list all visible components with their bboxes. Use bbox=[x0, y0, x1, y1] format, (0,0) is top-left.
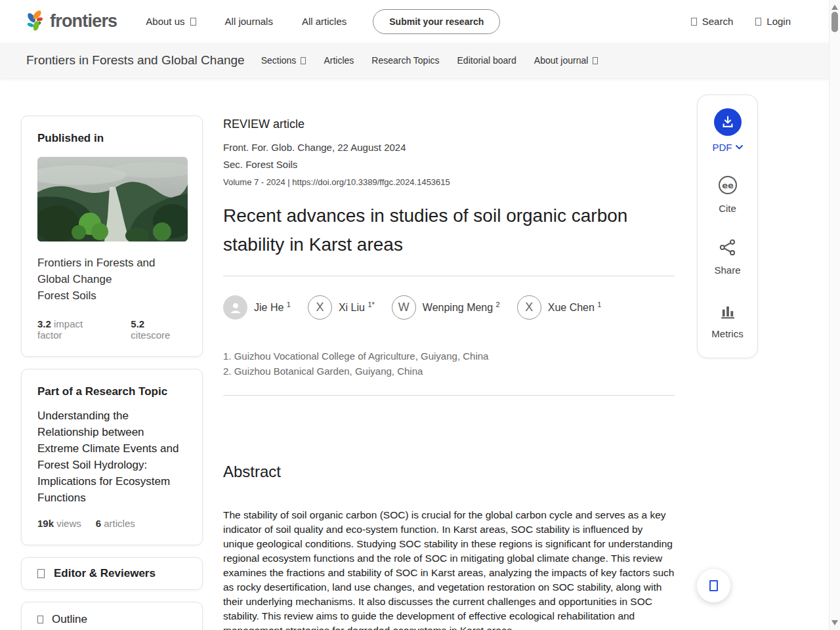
article-main: REVIEW article Front. For. Glob. Change,… bbox=[223, 117, 675, 630]
journal-nav-links: Sections Articles Research Topics Editor… bbox=[261, 55, 598, 66]
download-icon bbox=[721, 115, 735, 129]
published-in-card: Published in bbox=[21, 116, 203, 357]
research-topic-card: Part of a Research Topic Understanding t… bbox=[21, 369, 203, 545]
top-nav-links: About us All journals All articles bbox=[146, 16, 346, 27]
share-icon bbox=[719, 238, 737, 257]
author-jie-he[interactable]: Jie He 1 bbox=[223, 295, 291, 320]
journal-nav-editorial-board[interactable]: Editorial board bbox=[457, 55, 516, 66]
scrollbar-down-arrow[interactable] bbox=[831, 620, 838, 625]
search-button[interactable]: Search bbox=[691, 16, 734, 27]
citescore: 5.2 citescore bbox=[131, 318, 186, 341]
abstract-heading: Abstract bbox=[223, 463, 675, 481]
article-type-label: REVIEW article bbox=[223, 117, 675, 131]
metrics-label: Metrics bbox=[698, 328, 757, 339]
author-wenping-meng[interactable]: W Wenping Meng 2 bbox=[392, 295, 500, 320]
journal-section-link[interactable]: Forest Soils bbox=[37, 287, 186, 304]
affiliations: 1. Guizhou Vocational College of Agricul… bbox=[223, 348, 675, 379]
separator: | bbox=[287, 177, 289, 187]
impact-factor: 3.2 impact factor bbox=[37, 318, 110, 341]
article-doi-link[interactable]: https://doi.org/10.3389/ffgc.2024.145361… bbox=[292, 177, 450, 187]
chevron-down-icon bbox=[190, 18, 196, 26]
page-scrollbar[interactable] bbox=[829, 0, 840, 630]
article-title: Recent advances in studies of soil organ… bbox=[223, 201, 675, 259]
article-volume: Volume 7 - 2024 bbox=[223, 177, 285, 187]
nav-all-journals[interactable]: All journals bbox=[225, 16, 273, 27]
list-icon bbox=[37, 616, 43, 623]
divider bbox=[223, 395, 675, 396]
outline-toggle[interactable]: Outline bbox=[37, 613, 186, 626]
left-sidebar: Published in bbox=[21, 116, 203, 630]
journal-name-link[interactable]: Frontiers in Forests and Global Change F… bbox=[37, 255, 186, 304]
letter-avatar: X bbox=[308, 295, 332, 320]
nav-about-us[interactable]: About us bbox=[146, 16, 196, 27]
top-navigation: frontiers About us All journals All arti… bbox=[0, 0, 829, 43]
metrics-button[interactable]: Metrics bbox=[698, 302, 757, 339]
page: frontiers About us All journals All arti… bbox=[0, 0, 840, 630]
journal-navigation: Frontiers in Forests and Global Change S… bbox=[0, 43, 829, 78]
article-citation: Front. For. Glob. Change, 22 August 2024 bbox=[223, 142, 675, 153]
letter-avatar: W bbox=[392, 295, 416, 320]
topic-articles: 6 articles bbox=[96, 518, 135, 529]
login-button[interactable]: Login bbox=[755, 16, 791, 27]
journal-metrics: 3.2 impact factor 5.2 citescore bbox=[37, 318, 186, 341]
cite-quote-icon: ee bbox=[718, 175, 738, 195]
article-section: Sec. Forest Soils bbox=[223, 159, 675, 170]
journal-nav-sections[interactable]: Sections bbox=[261, 55, 306, 66]
topic-views: 19k views bbox=[37, 518, 81, 529]
bar-chart-icon bbox=[719, 302, 737, 320]
cite-button[interactable]: ee Cite bbox=[698, 175, 757, 214]
chat-help-fab[interactable] bbox=[697, 569, 730, 602]
pdf-download-button[interactable] bbox=[714, 108, 742, 136]
user-icon bbox=[755, 18, 761, 26]
search-icon bbox=[691, 18, 697, 26]
article-actions-rail: PDF ee Cite bbox=[697, 94, 758, 358]
journal-nav-research-topics[interactable]: Research Topics bbox=[371, 55, 439, 66]
editor-reviewers-label: Editor & Reviewers bbox=[54, 567, 156, 580]
share-label: Share bbox=[698, 264, 757, 276]
frontiers-logo[interactable]: frontiers bbox=[25, 9, 117, 35]
chevron-down-icon bbox=[301, 57, 306, 64]
published-in-heading: Published in bbox=[37, 132, 186, 145]
submit-research-button[interactable]: Submit your research bbox=[373, 9, 500, 34]
author-xue-chen[interactable]: X Xue Chen 1 bbox=[517, 295, 602, 320]
svg-text:ee: ee bbox=[722, 180, 734, 190]
chevron-down-icon bbox=[736, 145, 743, 150]
affiliation-2: 2. Guizhou Botanical Garden, Guiyang, Ch… bbox=[223, 364, 675, 379]
affiliation-1: 1. Guizhou Vocational College of Agricul… bbox=[223, 348, 675, 364]
top-nav-right: Search Login bbox=[691, 16, 791, 27]
editor-reviewers-toggle[interactable]: Editor & Reviewers bbox=[21, 557, 203, 590]
pdf-dropdown[interactable]: PDF bbox=[698, 142, 757, 153]
nav-all-articles[interactable]: All articles bbox=[302, 16, 346, 27]
chevron-down-icon bbox=[593, 57, 598, 64]
content-area: Published in bbox=[0, 78, 829, 630]
outline-card: Outline bbox=[21, 602, 203, 630]
research-topic-stats: 19k views 6 articles bbox=[37, 518, 186, 529]
people-icon bbox=[37, 569, 45, 578]
divider bbox=[223, 276, 675, 276]
research-topic-link[interactable]: Understanding the Relationship between E… bbox=[37, 408, 186, 506]
research-topic-heading: Part of a Research Topic bbox=[37, 385, 186, 398]
scrollbar-thumb[interactable] bbox=[831, 12, 838, 32]
journal-nav-articles[interactable]: Articles bbox=[324, 55, 354, 66]
journal-cover-image[interactable] bbox=[37, 157, 188, 242]
article-volume-doi: Volume 7 - 2024 | https://doi.org/10.338… bbox=[223, 177, 675, 187]
scrollbar-up-arrow[interactable] bbox=[831, 5, 838, 10]
frontiers-logo-text: frontiers bbox=[50, 11, 117, 32]
journal-title-link[interactable]: Frontiers in Forests and Global Change bbox=[26, 53, 245, 68]
share-button[interactable]: Share bbox=[698, 238, 757, 276]
chat-icon bbox=[709, 580, 718, 591]
journal-nav-about-journal[interactable]: About journal bbox=[534, 55, 598, 66]
letter-avatar: X bbox=[517, 295, 541, 320]
cite-label: Cite bbox=[698, 203, 757, 214]
outline-label: Outline bbox=[52, 613, 87, 626]
person-avatar-icon bbox=[223, 295, 247, 320]
author-xi-liu[interactable]: X Xi Liu 1* bbox=[308, 295, 375, 320]
article-actions-card: PDF ee Cite bbox=[697, 94, 758, 358]
abstract-text: The stability of soil organic carbon (SO… bbox=[223, 508, 675, 630]
authors-row: Jie He 1 X Xi Liu 1* W Wenping Meng 2 X … bbox=[223, 295, 675, 320]
frontiers-logo-icon bbox=[25, 9, 45, 35]
